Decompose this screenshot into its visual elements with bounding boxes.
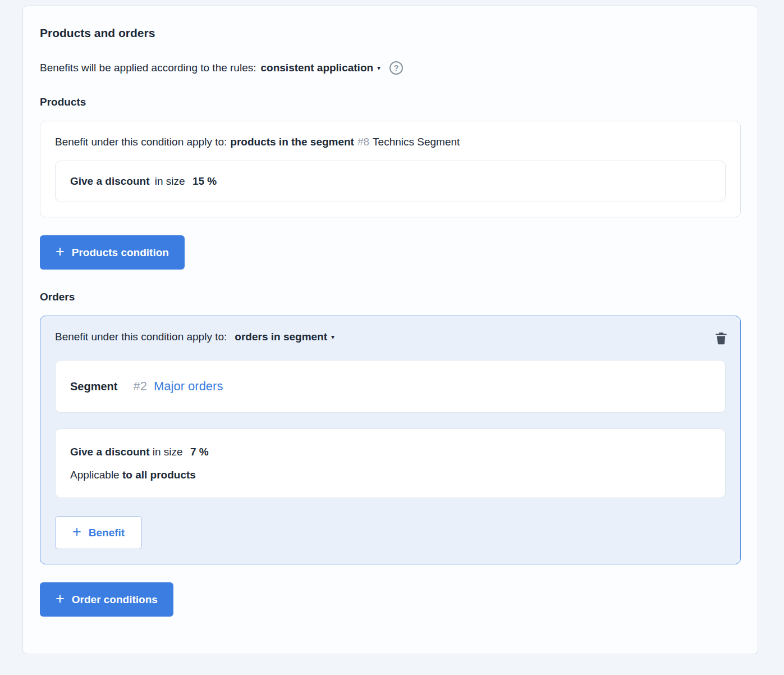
orders-condition-type-dropdown[interactable]: orders in segment ▾ [235, 331, 334, 343]
benefit-applicable-line: Applicable to all products [70, 463, 710, 486]
segment-label: Segment [70, 380, 117, 393]
page-title: Products and orders [40, 26, 741, 40]
orders-condition-header: Benefit under this condition apply to: o… [55, 331, 726, 348]
rules-prefix-text: Benefits will be applied according to th… [40, 62, 256, 74]
benefit-action: Give a discount [70, 446, 149, 458]
products-benefit-row[interactable]: Give a discount in size 15 % [55, 161, 726, 202]
benefit-value: 7 % [190, 446, 209, 458]
segment-name: Technics Segment [373, 136, 460, 148]
add-order-conditions-label: Order conditions [72, 594, 158, 606]
orders-condition-header-text: Benefit under this condition apply to: o… [55, 331, 338, 343]
segment-id: #8 [357, 136, 369, 148]
segment-id: #2 [133, 379, 146, 394]
delete-condition-button[interactable] [714, 331, 728, 348]
condition-type-value: orders in segment [235, 331, 327, 343]
rules-selected-value: consistent application [261, 62, 374, 74]
orders-benefit-row[interactable]: Give a discount in size 7 % Applicable t… [55, 428, 726, 498]
products-condition-header: Benefit under this condition apply to: p… [55, 136, 726, 148]
condition-prefix-text: Benefit under this condition apply to: [55, 136, 227, 148]
applicable-value: to all products [122, 469, 196, 481]
orders-condition-card: Benefit under this condition apply to: o… [40, 316, 741, 564]
benefit-value: 15 % [192, 175, 217, 187]
add-products-condition-label: Products condition [72, 247, 169, 259]
help-icon[interactable]: ? [389, 61, 403, 75]
benefit-discount-line: Give a discount in size 7 % [70, 440, 710, 463]
benefit-size-label: in size [155, 175, 185, 187]
chevron-down-icon: ▾ [331, 334, 334, 340]
applicable-prefix: Applicable [70, 469, 120, 481]
plus-icon: + [56, 591, 65, 606]
plus-icon: + [56, 244, 65, 259]
benefit-size-label: in size [153, 446, 183, 458]
orders-segment-row: Segment #2 Major orders [55, 360, 726, 413]
add-order-conditions-button[interactable]: + Order conditions [40, 582, 173, 617]
segment-link[interactable]: Major orders [154, 379, 223, 394]
application-rules-dropdown[interactable]: consistent application ▾ [261, 62, 381, 74]
condition-type-value: products in the segment [230, 136, 354, 148]
plus-icon: + [72, 525, 81, 540]
add-products-condition-button[interactable]: + Products condition [40, 235, 185, 270]
add-benefit-label: Benefit [89, 527, 125, 539]
benefit-action: Give a discount [70, 175, 149, 187]
products-section-label: Products [40, 96, 741, 108]
add-benefit-button[interactable]: + Benefit [55, 516, 142, 549]
products-and-orders-panel: Products and orders Benefits will be app… [22, 6, 758, 654]
orders-section-label: Orders [40, 291, 741, 303]
products-condition-card: Benefit under this condition apply to: p… [40, 121, 741, 217]
chevron-down-icon: ▾ [377, 65, 380, 71]
trash-icon [716, 338, 727, 346]
condition-prefix-text: Benefit under this condition apply to: [55, 331, 227, 343]
rules-line: Benefits will be applied according to th… [40, 61, 741, 75]
